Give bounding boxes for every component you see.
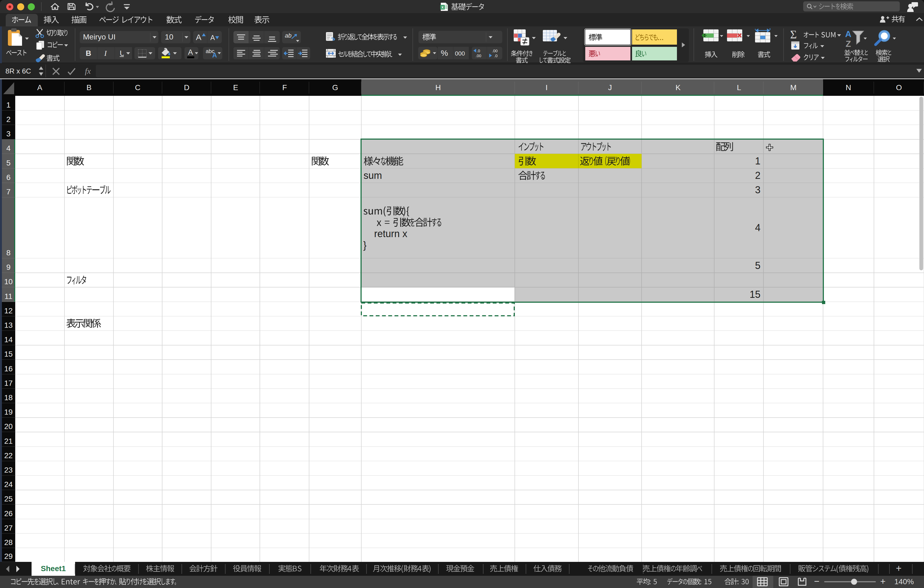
svg-text:.00: .00 <box>475 53 481 58</box>
svg-text:.00: .00 <box>492 48 498 53</box>
svg-text:Σ: Σ <box>790 28 797 41</box>
svg-text:Z: Z <box>846 39 851 49</box>
svg-text:.0: .0 <box>477 48 480 53</box>
svg-text:x: x <box>442 5 444 9</box>
svg-text:.0: .0 <box>494 53 498 58</box>
svg-text:A: A <box>845 29 851 39</box>
